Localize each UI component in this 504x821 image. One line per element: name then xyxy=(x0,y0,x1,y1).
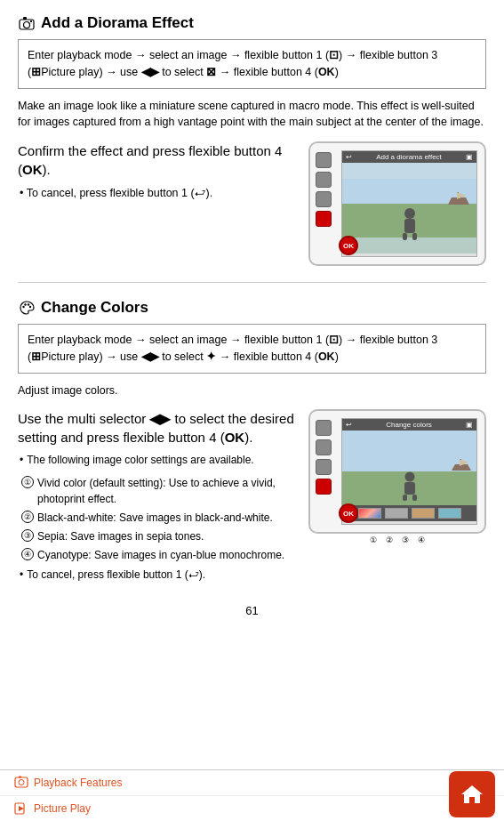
bullet-text-1: The following image color settings are a… xyxy=(27,452,253,468)
change-colors-icon xyxy=(18,299,36,317)
svg-rect-16 xyxy=(404,482,415,495)
svg-point-14 xyxy=(29,306,31,308)
change-colors-instruction-text: Enter playback mode → select an image → … xyxy=(28,334,437,363)
change-colors-cancel: To cancel, press flexible button 1 (⮐). xyxy=(18,567,300,583)
color-option-4-text: Cyanotype: Save images in cyan-blue mono… xyxy=(37,547,284,563)
change-colors-section-title: Change Colors xyxy=(18,299,486,317)
diorama-screen-header: ↩ Add a diorama effect ▣ xyxy=(342,151,476,163)
change-colors-instruction-box: Enter playback mode → select an image → … xyxy=(18,324,486,374)
diorama-confirm-section: Confirm the effect and press flexible bu… xyxy=(18,141,486,266)
num-4: ④ xyxy=(21,548,34,560)
diorama-camera-preview: ↩ Add a diorama effect ▣ xyxy=(308,141,486,266)
change-colors-bullet-1: The following image color settings are a… xyxy=(20,452,300,468)
cam-btn-2 xyxy=(316,172,332,188)
diorama-confirm-text: Confirm the effect and press flexible bu… xyxy=(18,141,300,266)
diorama-icon xyxy=(18,14,36,32)
svg-rect-24 xyxy=(19,777,21,778)
change-colors-description: Adjust image colors. xyxy=(18,382,486,399)
diorama-cancel-note: To cancel, press flexible button 1 (⮐). xyxy=(20,184,300,202)
change-colors-cancel-note: To cancel, press flexible button 1 (⮐). xyxy=(20,567,300,583)
color-number-labels: ① ② ③ ④ xyxy=(308,535,486,544)
svg-rect-2 xyxy=(23,17,27,20)
svg-point-13 xyxy=(28,303,29,305)
color-option-3: ③ Sepia: Save images in sepia tones. xyxy=(21,528,300,544)
color-option-3-text: Sepia: Save images in sepia tones. xyxy=(37,528,204,544)
page-content: Add a Diorama Effect Enter playback mode… xyxy=(0,0,504,703)
change-colors-numbered: ① Vivid color (default setting): Use to … xyxy=(18,475,300,563)
color-label-4: ④ xyxy=(418,535,425,544)
svg-rect-18 xyxy=(412,495,417,501)
diorama-cam-buttons xyxy=(316,152,332,227)
playback-features-icon xyxy=(14,776,28,790)
change-colors-cam-buttons xyxy=(316,420,332,495)
footer-picture-play-label: Picture Play xyxy=(34,802,91,815)
section-divider-1 xyxy=(18,282,486,283)
cam-btn-cc-4 xyxy=(316,479,332,495)
color-option-2-text: Black-and-white: Save images in black-an… xyxy=(37,510,273,526)
diorama-screen-body xyxy=(342,163,476,254)
cam-btn-4 xyxy=(316,211,332,227)
footer-playback-label: Playback Features xyxy=(34,777,122,789)
change-colors-screen-header: ↩ Change colors ▣ xyxy=(342,419,476,431)
footer-picture-play[interactable]: Picture Play xyxy=(0,796,504,821)
color-swatch-3 xyxy=(412,508,435,519)
num-1: ① xyxy=(21,476,34,488)
svg-rect-6 xyxy=(403,233,407,240)
change-colors-camera-mockup: ↩ Change colors ▣ xyxy=(308,409,486,534)
color-option-1: ① Vivid color (default setting): Use to … xyxy=(21,475,300,507)
svg-point-23 xyxy=(19,780,24,785)
color-label-1: ① xyxy=(370,535,377,544)
svg-point-4 xyxy=(404,208,415,219)
change-colors-title: Change Colors xyxy=(41,299,148,317)
diorama-camera-mockup: ↩ Add a diorama effect ▣ xyxy=(308,141,486,266)
change-colors-use-section: Use the multi selector ◀▶ to select the … xyxy=(18,409,486,590)
diorama-section-title: Add a Diorama Effect xyxy=(18,14,486,32)
page-number: 61 xyxy=(18,604,486,617)
svg-marker-27 xyxy=(461,785,483,803)
cam-btn-cc-1 xyxy=(316,420,332,436)
change-colors-screen-body xyxy=(342,431,476,521)
svg-rect-22 xyxy=(15,777,28,787)
diorama-title: Add a Diorama Effect xyxy=(41,14,194,32)
diorama-instruction-text: Enter playback mode → select an image → … xyxy=(28,49,437,78)
cam-btn-3 xyxy=(316,191,332,207)
diorama-screen-label: Add a diorama effect xyxy=(376,153,442,161)
diorama-confirm-main: Confirm the effect and press flexible bu… xyxy=(18,141,300,179)
change-colors-use-text: Use the multi selector ◀▶ to select the … xyxy=(18,409,300,590)
svg-rect-7 xyxy=(412,233,417,240)
svg-marker-26 xyxy=(19,806,24,811)
cam-btn-cc-3 xyxy=(316,459,332,475)
num-3: ③ xyxy=(21,529,34,542)
color-option-1-text: Vivid color (default setting): Use to ac… xyxy=(37,475,300,507)
change-colors-bullets: The following image color settings are a… xyxy=(18,452,300,468)
color-label-2: ② xyxy=(386,535,393,544)
svg-point-15 xyxy=(404,472,414,482)
color-swatch-2 xyxy=(385,508,408,519)
color-option-2: ② Black-and-white: Save images in black-… xyxy=(21,510,300,526)
num-2: ② xyxy=(21,511,34,523)
change-colors-camera-preview: ↩ Change colors ▣ xyxy=(308,409,486,590)
change-colors-screen-label: Change colors xyxy=(386,421,432,429)
home-button[interactable] xyxy=(449,771,495,817)
diorama-screen: ↩ Add a diorama effect ▣ xyxy=(341,150,477,257)
diorama-instruction-box: Enter playback mode → select an image → … xyxy=(18,39,486,89)
color-swatch-1 xyxy=(358,508,381,519)
diorama-description: Make an image look like a miniature scen… xyxy=(18,98,486,132)
svg-point-11 xyxy=(22,306,24,308)
svg-point-12 xyxy=(24,303,26,305)
color-swatch-4 xyxy=(438,508,461,519)
change-colors-screen: ↩ Change colors ▣ xyxy=(341,418,477,525)
svg-rect-17 xyxy=(403,495,407,501)
color-label-3: ③ xyxy=(402,535,409,544)
svg-rect-3 xyxy=(30,20,32,22)
cam-btn-1 xyxy=(316,152,332,168)
diorama-ok-button[interactable]: OK xyxy=(339,236,358,255)
svg-rect-5 xyxy=(404,219,415,233)
change-colors-main-text: Use the multi selector ◀▶ to select the … xyxy=(18,409,300,447)
cam-btn-cc-2 xyxy=(316,439,332,455)
picture-play-icon xyxy=(14,801,28,816)
footer: Playback Features Picture Play xyxy=(0,769,504,821)
svg-point-1 xyxy=(24,22,30,28)
footer-playback-features[interactable]: Playback Features xyxy=(0,770,504,796)
color-option-4: ④ Cyanotype: Save images in cyan-blue mo… xyxy=(21,547,300,563)
